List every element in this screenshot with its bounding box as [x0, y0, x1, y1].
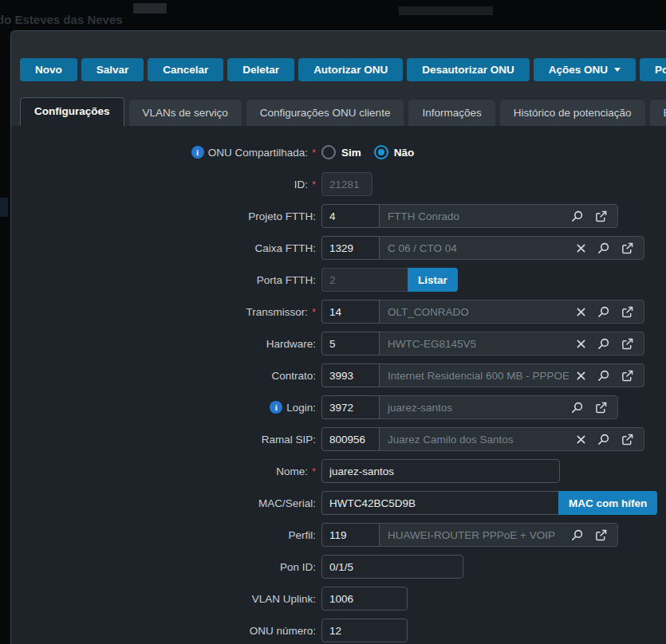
tab-endereco[interactable]: Endereç — [650, 100, 666, 126]
caixa-ftth-code-input[interactable] — [321, 236, 380, 260]
form-row-caixa-ftth: Caixa FTTH: C 06 / CTO 04 — [11, 232, 666, 264]
pon-id-input[interactable] — [321, 555, 463, 579]
form-row-mac-serial: MAC/Serial: MAC com hífen — [11, 487, 666, 519]
external-link-icon[interactable] — [595, 402, 607, 414]
id-input — [321, 172, 372, 196]
form-row-id: ID: * — [11, 168, 666, 200]
search-icon[interactable] — [571, 402, 583, 414]
required-asterisk: * — [312, 147, 316, 159]
contrato-description: Internet Residencial 600 MB - PPPOE — [380, 370, 569, 382]
toolbar: Novo Salvar Cancelar Deletar Autorizar O… — [20, 58, 666, 81]
transmissor-code-input[interactable] — [321, 300, 380, 324]
field-label: Perfil: — [288, 529, 316, 541]
field-label: ONU número: — [250, 625, 316, 637]
info-icon — [270, 401, 282, 414]
field-label: Login: — [286, 402, 316, 414]
tab-bar: Configurações VLANs de serviço Configura… — [20, 96, 666, 126]
external-link-icon[interactable] — [621, 370, 633, 382]
tab-vlans-de-servico[interactable]: VLANs de serviço — [129, 100, 242, 126]
search-icon[interactable] — [571, 210, 583, 222]
novo-button[interactable]: Novo — [20, 58, 77, 81]
external-link-icon[interactable] — [621, 242, 633, 254]
form-row-transmissor: Transmissor: * OLT_CONRADO — [11, 296, 666, 328]
background-partial-title: do Esteves das Neves — [0, 13, 123, 26]
form-row-porta-ftth: Porta FTTH: Listar — [11, 264, 666, 296]
external-link-icon[interactable] — [621, 434, 633, 446]
form-row-pon-id: Pon ID: — [11, 551, 666, 583]
search-icon[interactable] — [597, 434, 609, 446]
mac-com-hifen-button[interactable]: MAC com hífen — [558, 491, 657, 515]
listar-button[interactable]: Listar — [408, 268, 458, 292]
desautorizar-onu-button[interactable]: Desautorizar ONU — [407, 58, 530, 81]
tab-configuracoes[interactable]: Configurações — [20, 97, 124, 126]
mac-serial-input[interactable] — [321, 491, 558, 515]
search-icon[interactable] — [597, 306, 609, 318]
salvar-button[interactable]: Salvar — [81, 58, 144, 81]
nome-input[interactable] — [321, 459, 560, 483]
porta-ftth-input — [321, 268, 408, 292]
tab-historico-de-potenciacao[interactable]: Histórico de potenciação — [500, 100, 645, 126]
login-field: juarez-santos — [321, 395, 618, 419]
clear-icon[interactable] — [577, 340, 585, 348]
field-label: MAC/Serial: — [258, 497, 316, 509]
cancelar-button[interactable]: Cancelar — [148, 58, 223, 81]
radio-circle-unchecked — [321, 145, 336, 159]
radio-sim[interactable]: Sim — [321, 145, 361, 159]
field-label: Porta FTTH: — [257, 274, 316, 286]
external-link-icon[interactable] — [595, 529, 607, 541]
login-description: juarez-santos — [380, 402, 563, 414]
tab-informacoes[interactable]: Informações — [408, 100, 495, 126]
clear-icon[interactable] — [577, 435, 585, 444]
external-link-icon[interactable] — [621, 306, 633, 318]
field-label: Transmissor: — [246, 306, 308, 318]
transmissor-field: OLT_CONRADO — [321, 300, 644, 324]
potencia-button[interactable]: Potênc — [640, 58, 666, 81]
acoes-onu-dropdown-button[interactable]: Ações ONU — [534, 58, 636, 81]
radio-label: Não — [394, 147, 415, 159]
clear-icon[interactable] — [577, 244, 585, 253]
transmissor-description: OLT_CONRADO — [380, 306, 569, 318]
form-row-login: Login: juarez-santos — [11, 391, 666, 423]
caixa-ftth-description: C 06 / CTO 04 — [380, 242, 569, 254]
tab-configuracoes-onu-cliente[interactable]: Configurações ONU cliente — [246, 100, 404, 126]
external-link-icon[interactable] — [595, 210, 607, 222]
field-label: ONU Compartilhada: — [208, 147, 308, 159]
clear-icon[interactable] — [577, 371, 585, 380]
projeto-ftth-description: FTTH Conrado — [380, 210, 563, 222]
background-dimmed-element — [399, 6, 493, 15]
login-code-input[interactable] — [321, 395, 380, 419]
radio-nao[interactable]: Não — [374, 145, 415, 159]
background-dimmed-element — [133, 3, 167, 14]
chevron-down-icon — [614, 68, 621, 72]
required-asterisk: * — [312, 306, 316, 318]
field-label: VLAN Uplink: — [252, 593, 316, 605]
search-icon[interactable] — [597, 338, 609, 350]
perfil-field: HUAWEI-ROUTER PPPoE + VOIP — [321, 523, 618, 547]
onu-edit-modal: Novo Salvar Cancelar Deletar Autorizar O… — [10, 30, 666, 644]
field-label: Hardware: — [266, 338, 316, 350]
contrato-code-input[interactable] — [321, 363, 380, 387]
perfil-code-input[interactable] — [321, 523, 380, 547]
search-icon[interactable] — [597, 242, 609, 254]
clear-icon[interactable] — [577, 308, 585, 316]
tab-panel-configuracoes: ONU Compartilhada: * Sim Não ID: * — [11, 126, 666, 644]
field-label: Ramal SIP: — [262, 434, 316, 446]
autorizar-onu-button[interactable]: Autorizar ONU — [298, 58, 403, 81]
external-link-icon[interactable] — [621, 338, 633, 350]
hardware-code-input[interactable] — [321, 332, 380, 355]
search-icon[interactable] — [597, 370, 609, 382]
field-label: Caixa FTTH: — [254, 242, 316, 254]
form-row-ramal-sip: Ramal SIP: Juarez Camilo dos Santos — [11, 423, 666, 455]
field-label: Contrato: — [271, 370, 316, 382]
required-asterisk: * — [312, 465, 316, 477]
deletar-button[interactable]: Deletar — [227, 58, 294, 81]
ramal-sip-code-input[interactable] — [321, 427, 380, 451]
hardware-field: HWTC-EG8145V5 — [321, 332, 644, 355]
vlan-uplink-input[interactable] — [321, 587, 408, 611]
search-icon[interactable] — [571, 529, 583, 541]
field-label: ID: — [294, 179, 308, 190]
field-label: Nome: — [276, 465, 308, 477]
onu-numero-input[interactable] — [321, 618, 408, 642]
projeto-ftth-code-input[interactable] — [321, 204, 380, 228]
form-row-perfil: Perfil: HUAWEI-ROUTER PPPoE + VOIP — [11, 519, 666, 551]
